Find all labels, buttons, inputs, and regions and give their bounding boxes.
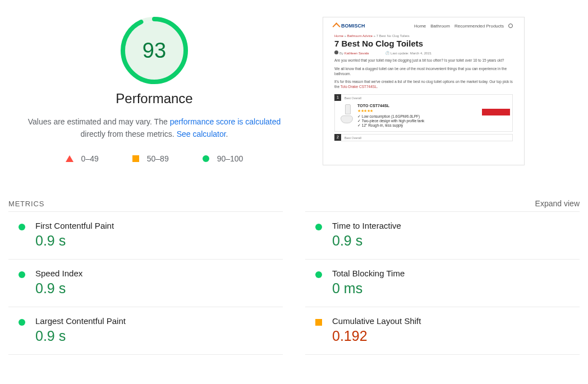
performance-score-panel: 93 Performance Values are estimated and … [8, 17, 300, 165]
metric-tti[interactable]: Time to Interactive 0.9 s [305, 211, 580, 259]
metric-name: Speed Index [35, 269, 277, 278]
calc-link-2[interactable]: See calculator [177, 129, 226, 138]
metric-name: Total Blocking Time [332, 269, 574, 278]
preview-para-3: It's for this reason that we've created … [334, 80, 513, 90]
preview-thumbnail: BOMISCH Home Bathroom Recommended Produc… [323, 17, 525, 165]
preview-breadcrumb: Home » Bathroom Advice » 7 Best No Clog … [334, 34, 513, 38]
square-icon [315, 319, 322, 326]
byline-updated: Last update: March 4, 2021 [391, 52, 431, 55]
legend-fail: 0–49 [66, 154, 99, 163]
preview-nav: Home Bathroom Recommended Products [414, 24, 513, 29]
legend-pass: 90–100 [203, 154, 244, 163]
metric-fcp[interactable]: First Contentful Paint 0.9 s [8, 211, 283, 259]
card-brand-label: Best Overall [341, 135, 365, 140]
preview-nav-home: Home [414, 24, 426, 29]
legend-average-label: 50–89 [147, 154, 169, 163]
metrics-col-right: Time to Interactive 0.9 s Total Blocking… [305, 211, 580, 355]
page-preview: BOMISCH Home Bathroom Recommended Produc… [323, 17, 525, 165]
score-legend: 0–49 50–89 90–100 [66, 154, 244, 163]
metric-value: 0.9 s [35, 280, 277, 297]
circle-icon [19, 224, 25, 230]
preview-logo: BOMISCH [334, 23, 365, 29]
circle-icon [203, 155, 209, 162]
preview-product-card: 1 Best Overall TOTO CST744SL ★★★★★ Low c… [334, 94, 513, 132]
rank-badge: 2 [334, 134, 341, 141]
feature-bullet: Two-piece design with high profile tank [357, 119, 509, 123]
byline-by: By [339, 52, 343, 55]
crumb-cat: Bathroom Advice [347, 34, 373, 38]
divider [305, 354, 580, 355]
metric-speed-index[interactable]: Speed Index 0.9 s [8, 259, 283, 307]
clock-icon: 🕑 [385, 52, 389, 55]
preview-header: BOMISCH Home Bathroom Recommended Produc… [334, 22, 513, 32]
house-icon [333, 22, 341, 30]
metric-value: 0 ms [332, 280, 574, 297]
metric-tbt[interactable]: Total Blocking Time 0 ms [305, 259, 580, 307]
metric-value: 0.9 s [332, 233, 574, 249]
metric-name: Cumulative Layout Shift [332, 316, 574, 326]
preview-para-2: We all know that a clogged toilet can be… [334, 67, 513, 77]
search-icon [508, 24, 513, 28]
score-value: 93 [121, 17, 188, 84]
metric-name: Time to Interactive [332, 221, 574, 230]
preview-product-card-2: 2 Best Overall [334, 134, 513, 141]
card-brand-label: Best Overall [341, 95, 365, 100]
check-price-button [482, 109, 510, 115]
triangle-icon [66, 155, 74, 162]
circle-icon [315, 271, 322, 278]
metrics-col-left: First Contentful Paint 0.9 s Speed Index… [8, 211, 283, 355]
legend-average: 50–89 [132, 154, 169, 163]
feature-bullet: 12" Rough-in, less supply [357, 123, 509, 128]
metric-value: 0.192 [332, 328, 574, 344]
note-text-mid: directly from these metrics. [81, 129, 177, 138]
preview-para-1: Are you worried that your toilet may be … [334, 58, 513, 63]
rank-badge: 1 [334, 94, 341, 101]
score-gauge: 93 [121, 17, 188, 84]
metric-lcp[interactable]: Largest Contentful Paint 0.9 s [8, 307, 283, 354]
crumb-home: Home [334, 34, 343, 38]
score-label: Performance [116, 91, 192, 107]
score-description: Values are estimated and may vary. The p… [25, 115, 283, 141]
circle-icon [19, 319, 25, 326]
square-icon [132, 155, 139, 162]
preview-nav-recommended: Recommended Products [454, 24, 504, 29]
crumb-cur: 7 Best No Clog Toilets [376, 34, 410, 38]
metric-cls[interactable]: Cumulative Layout Shift 0.192 [305, 307, 580, 354]
metric-value: 0.9 s [35, 233, 277, 249]
preview-nav-bathroom: Bathroom [430, 24, 450, 29]
legend-pass-label: 90–100 [217, 154, 244, 163]
note-text: Values are estimated and may vary. The [28, 117, 170, 126]
preview-article-title: 7 Best No Clog Toilets [334, 39, 513, 48]
metrics-grid: First Contentful Paint 0.9 s Speed Index… [0, 211, 588, 355]
metrics-heading: METRICS [8, 200, 44, 208]
circle-icon [19, 271, 25, 278]
metric-name: Largest Contentful Paint [35, 316, 277, 326]
byline-author: Kathleen Savala [344, 52, 369, 55]
circle-icon [315, 224, 322, 230]
product-title: TOTO CST744SL [357, 103, 509, 108]
metric-value: 0.9 s [35, 328, 277, 344]
avatar-icon [334, 50, 338, 54]
divider [8, 354, 283, 355]
legend-fail-label: 0–49 [81, 154, 99, 163]
calc-link-1[interactable]: performance score is calculated [170, 117, 281, 126]
preview-para-3-link: Toto Drake CST744SL [341, 85, 377, 89]
toilet-icon [338, 103, 353, 126]
note-period: . [226, 129, 228, 138]
metric-name: First Contentful Paint [35, 221, 277, 230]
preview-logo-text: BOMISCH [341, 23, 365, 29]
expand-view-link[interactable]: Expand view [535, 199, 580, 208]
preview-byline: By Kathleen Savala 🕑 Last update: March … [334, 50, 513, 55]
